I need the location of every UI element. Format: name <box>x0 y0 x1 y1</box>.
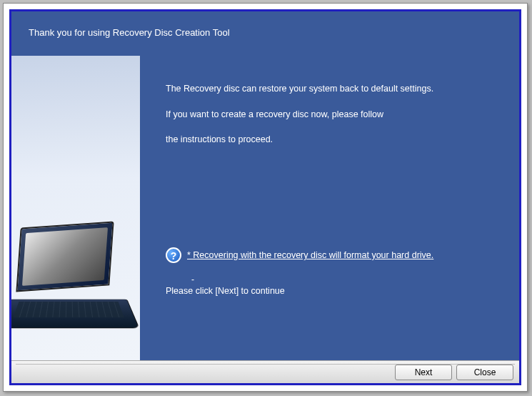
dash-text: - <box>191 274 194 284</box>
next-button[interactable]: Next <box>395 365 452 380</box>
intro-line-3: the instructions to proceed. <box>166 134 502 147</box>
dialog-header: Thank you for using Recovery Disc Creati… <box>11 11 519 56</box>
dialog-border: Thank you for using Recovery Disc Creati… <box>9 9 521 385</box>
sidebar-image <box>11 56 140 360</box>
footer-bar: Next Close <box>11 360 519 383</box>
warning-link[interactable]: * Recovering with the recovery disc will… <box>187 250 433 260</box>
main-text-panel: The Recovery disc can restore your syste… <box>140 56 519 360</box>
help-icon[interactable]: ? <box>166 247 181 263</box>
window-frame: Thank you for using Recovery Disc Creati… <box>3 3 528 392</box>
intro-line-2: If you want to create a recovery disc no… <box>166 109 502 122</box>
intro-line-1: The Recovery disc can restore your syste… <box>166 83 502 96</box>
laptop-illustration <box>11 224 140 353</box>
footer-divider <box>16 364 515 365</box>
warning-row: ? * Recovering with the recovery disc wi… <box>166 247 502 263</box>
laptop-screen <box>16 222 114 292</box>
close-button[interactable]: Close <box>456 365 513 380</box>
content-area: The Recovery disc can restore your syste… <box>11 56 519 360</box>
laptop-base <box>11 300 140 329</box>
header-title: Thank you for using Recovery Disc Creati… <box>29 27 230 38</box>
continue-instruction: Please click [Next] to continue <box>166 286 285 296</box>
